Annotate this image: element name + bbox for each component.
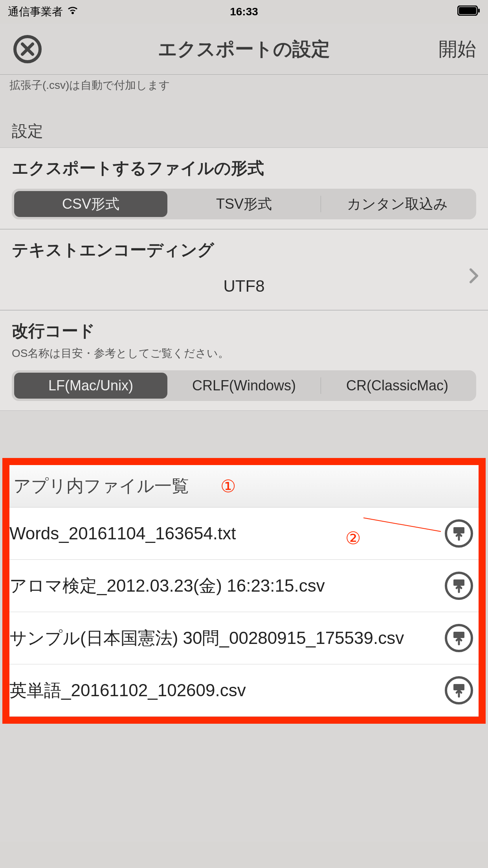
gap — [0, 411, 488, 458]
wifi-icon — [67, 6, 79, 18]
upload-icon — [451, 682, 467, 698]
format-segmented: CSV形式 TSV形式 カンタン取込み — [12, 189, 476, 219]
status-bar: 通信事業者 16:33 — [0, 0, 488, 24]
svg-rect-1 — [459, 7, 476, 14]
svg-rect-2 — [478, 9, 480, 13]
close-icon — [13, 35, 42, 64]
upload-button[interactable] — [445, 572, 473, 600]
extension-hint: 拡張子(.csv)は自動で付加します — [0, 75, 488, 101]
file-row[interactable]: アロマ検定_2012.03.23(金) 16:23:15.csv — [9, 560, 479, 612]
newline-cell: 改行コード OS名称は目安・参考としてご覧ください。 LF(Mac/Unix) … — [0, 310, 488, 411]
file-name: Words_20161104_163654.txt — [9, 524, 437, 543]
upload-icon — [451, 578, 467, 594]
format-cell: エクスポートするファイルの形式 CSV形式 TSV形式 カンタン取込み — [0, 147, 488, 229]
settings-section-header: 設定 — [0, 101, 488, 147]
annotation-2: ② — [345, 528, 361, 548]
encoding-title: テキストエンコーディング — [12, 239, 476, 261]
file-list-title: アプリ内ファイル一覧 — [13, 474, 189, 498]
encoding-cell[interactable]: テキストエンコーディング UTF8 — [0, 229, 488, 310]
file-name: 英単語_20161102_102609.csv — [9, 679, 437, 702]
annotation-1: ① — [220, 476, 236, 496]
newline-segmented: LF(Mac/Unix) CRLF(Windows) CR(ClassicMac… — [12, 370, 476, 401]
upload-button[interactable] — [445, 519, 473, 548]
upload-button[interactable] — [445, 676, 473, 704]
newline-option-cr[interactable]: CR(ClassicMac) — [321, 373, 474, 399]
newline-option-crlf[interactable]: CRLF(Windows) — [167, 373, 321, 399]
start-button[interactable]: 開始 — [438, 37, 476, 62]
carrier-label: 通信事業者 — [8, 4, 63, 19]
upload-icon — [451, 630, 467, 646]
page-title: エクスポートの設定 — [158, 37, 330, 62]
file-name: アロマ検定_2012.03.23(金) 16:23:15.csv — [9, 574, 437, 598]
file-list-highlight: アプリ内ファイル一覧 ① Words_20161104_163654.txt ②… — [2, 458, 486, 724]
chevron-right-icon — [469, 268, 479, 285]
file-row[interactable]: Words_20161104_163654.txt ② — [9, 508, 479, 560]
newline-sub: OS名称は目安・参考としてご覧ください。 — [12, 346, 476, 361]
newline-title: 改行コード — [12, 320, 476, 342]
format-option-csv[interactable]: CSV形式 — [14, 191, 167, 217]
file-list-header: アプリ内ファイル一覧 ① — [9, 465, 479, 508]
file-name: サンプル(日本国憲法) 30問_00280915_175539.csv — [9, 627, 437, 650]
newline-option-lf[interactable]: LF(Mac/Unix) — [14, 373, 167, 399]
bottom-space — [0, 724, 488, 842]
upload-icon — [451, 526, 467, 541]
file-row[interactable]: サンプル(日本国憲法) 30問_00280915_175539.csv — [9, 612, 479, 664]
file-row[interactable]: 英単語_20161102_102609.csv — [9, 664, 479, 717]
upload-button[interactable] — [445, 624, 473, 652]
encoding-value: UTF8 — [12, 277, 476, 296]
nav-bar: エクスポートの設定 開始 — [0, 24, 488, 75]
format-option-tsv[interactable]: TSV形式 — [167, 191, 321, 217]
format-title: エクスポートするファイルの形式 — [12, 157, 476, 179]
battery-icon — [457, 6, 480, 18]
format-option-easy[interactable]: カンタン取込み — [321, 191, 474, 217]
close-button[interactable] — [12, 33, 43, 65]
clock: 16:33 — [230, 6, 258, 18]
